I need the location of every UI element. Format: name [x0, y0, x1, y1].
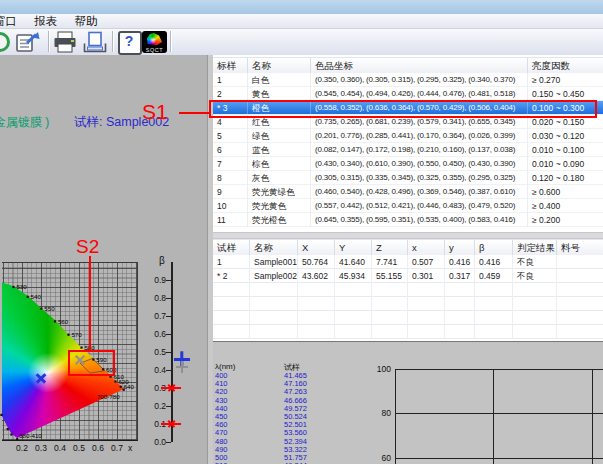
standards-cell: 0.030 ~ 0.120 [528, 129, 603, 143]
chart-gridline [396, 458, 603, 459]
chart-gridline [493, 369, 494, 464]
annotation-s2-label: S2 [76, 236, 99, 258]
col-header-Z: Z [372, 240, 408, 256]
col-header-result: 判定结果 [513, 240, 557, 256]
samples-row[interactable]: 1Sample00150.76441.6407.7410.5070.4160.4… [213, 255, 603, 269]
samples-row[interactable]: * 2Sample00243.60245.93455.1550.3010.317… [213, 269, 603, 283]
samples-cell: 0.301 [408, 269, 445, 283]
samples-empty-cell [513, 297, 557, 311]
samples-cell: 45.934 [335, 269, 372, 283]
locus-dot [40, 308, 42, 310]
menu-item-window[interactable]: 窗口 [0, 14, 24, 28]
standards-cell: 2 [213, 87, 248, 101]
spectral-col-wavelength: λ(nm) [215, 362, 235, 371]
menu-item-help[interactable]: 帮助 [67, 14, 104, 28]
col-header-y: y [445, 240, 475, 256]
samples-empty-cell [298, 311, 335, 325]
standards-row[interactable]: 2黄色(0.545, 0.454), (0.494, 0.426), (0.44… [213, 87, 603, 101]
standards-cell: (0.201, 0.776), (0.285, 0.441), (0.170, … [311, 129, 528, 143]
menu-item-reports[interactable]: 报表 [27, 14, 64, 28]
standards-cell: 棕色 [248, 157, 311, 171]
help-icon[interactable]: ? [116, 31, 142, 53]
samples-cell: 41.640 [335, 255, 372, 269]
samples-cell [557, 269, 603, 283]
beta-tick-label: 0.8 [140, 293, 166, 303]
samples-empty-cell [372, 283, 408, 297]
samples-empty-row [213, 311, 603, 325]
locus-label: 380-410 [19, 432, 42, 439]
print-preview-icon[interactable] [82, 31, 108, 53]
samples-cell: 不良 [513, 269, 557, 283]
export-report-icon[interactable] [15, 31, 41, 53]
col-header-luminance-factor: 亮度因数 [528, 58, 603, 74]
beta-tick-label: 0.2 [140, 401, 166, 411]
samples-empty-cell [250, 311, 298, 325]
samples-empty-cell [513, 311, 557, 325]
standards-cell: (0.545, 0.454), (0.494, 0.426), (0.444, … [311, 87, 528, 101]
standards-cell: 0.010 ~ 0.100 [528, 143, 603, 157]
samples-empty-cell [250, 283, 298, 297]
beta-tick-mark [166, 370, 171, 371]
samples-empty-cell [213, 297, 250, 311]
samples-cell: 0.507 [408, 255, 445, 269]
samples-empty-cell [408, 325, 445, 339]
table-divider [213, 232, 603, 239]
locus-dot [10, 433, 12, 435]
chart-y-tick-label: 100 [363, 364, 391, 374]
standards-cell: ≥ 0.600 [528, 185, 603, 199]
samples-empty-cell [513, 325, 557, 339]
beta-tick-mark [166, 352, 171, 353]
locus-dot [67, 334, 69, 336]
standards-cell: (0.460, 0.540), (0.428, 0.496), (0.369, … [311, 185, 528, 199]
standards-cell: 灰色 [248, 171, 311, 185]
standards-row[interactable]: 6蓝色(0.082, 0.147), (0.172, 0.198), (0.21… [213, 143, 603, 157]
locus-dot [120, 386, 122, 388]
beta-tick-label: 0.6 [140, 329, 166, 339]
samples-empty-cell [298, 283, 335, 297]
samples-empty-cell [298, 325, 335, 339]
samples-cell: Sample002 [250, 269, 298, 283]
standards-cell: 黄色 [248, 87, 311, 101]
samples-empty-cell [213, 283, 250, 297]
beta-tick-label: 0.7 [140, 311, 166, 321]
samples-empty-cell [298, 297, 335, 311]
locus-label: 700-780 [97, 393, 120, 400]
samples-cell: 0.459 [475, 269, 513, 283]
standards-row[interactable]: 5绿色(0.201, 0.776), (0.285, 0.441), (0.17… [213, 129, 603, 143]
standards-cell: 绿色 [248, 129, 311, 143]
col-header-part-no: 料号 [557, 240, 603, 256]
beta-tick-mark [166, 442, 171, 443]
cie-x-tick-label: 0.6 [89, 443, 107, 453]
samples-cell: * 2 [213, 269, 250, 283]
standards-row[interactable]: 11荧光橙色(0.645, 0.355), (0.595, 0.351), (0… [213, 213, 603, 227]
measure-icon[interactable] [0, 32, 10, 52]
beta-tick-mark [166, 334, 171, 335]
samples-cell: 50.764 [298, 255, 335, 269]
locus-dot [27, 296, 29, 298]
sqct-icon[interactable]: SQCT [142, 31, 167, 53]
standards-row[interactable]: 8灰色(0.305, 0.315), (0.335, 0.345), (0.32… [213, 171, 603, 185]
beta-tick-label: 0.9 [140, 275, 166, 285]
app-window: 窗口 报表 帮助 ? SQCT [0, 0, 603, 464]
standards-row[interactable]: 7棕色(0.430, 0.340), (0.610, 0.390), (0.55… [213, 157, 603, 171]
samples-cell: 1 [213, 255, 250, 269]
print-icon[interactable] [52, 31, 78, 53]
samples-empty-cell [557, 283, 603, 297]
beta-sample-marker [181, 361, 183, 373]
locus-dot [12, 286, 14, 288]
samples-cell: 7.741 [372, 255, 408, 269]
standards-row[interactable]: 1白色(0.350, 0.360), (0.305, 0.315), (0.29… [213, 73, 603, 87]
standards-row[interactable]: 10荧光黄色(0.557, 0.442), (0.512, 0.421), (0… [213, 199, 603, 213]
col-header-X: X [298, 240, 335, 256]
locus-dot [7, 428, 9, 430]
standards-cell: 白色 [248, 73, 311, 87]
locus-dot [114, 380, 116, 382]
standards-cell: 9 [213, 185, 248, 199]
locus-dot [0, 414, 2, 416]
samples-cell: 0.416 [475, 255, 513, 269]
standards-row[interactable]: 9荧光黄绿色(0.460, 0.540), (0.428, 0.496), (0… [213, 185, 603, 199]
col-header-beta: β [475, 240, 513, 256]
mode-label: 金属镀膜 ) [0, 114, 49, 131]
samples-empty-row [213, 325, 603, 339]
locus-label: 550 [44, 305, 55, 312]
